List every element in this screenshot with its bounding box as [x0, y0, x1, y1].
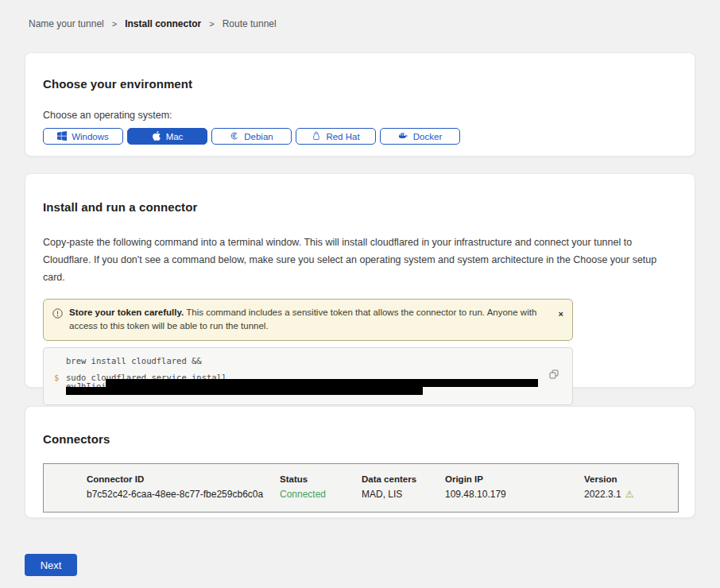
- connectors-table: Connector ID Status Data centers Origin …: [43, 463, 679, 513]
- connectors-card: Connectors Connector ID Status Data cent…: [25, 406, 695, 518]
- connector-data-centers-value: MAD, LIS: [362, 489, 445, 500]
- col-header-status: Status: [280, 474, 362, 484]
- command-line-brew: brew install cloudflared &&: [66, 356, 202, 366]
- breadcrumb: Name your tunnel > Install connector > R…: [29, 18, 277, 29]
- token-warning-banner: Store your token carefully. This command…: [43, 299, 573, 342]
- install-description: Copy-paste the following command into a …: [43, 234, 675, 287]
- connector-version-value: 2022.3.1⚠: [584, 489, 678, 500]
- breadcrumb-step-install-connector[interactable]: Install connector: [125, 18, 201, 29]
- windows-logo-icon: [57, 131, 67, 142]
- os-button-label: Docker: [413, 132, 442, 141]
- os-button-group: Windows Mac Debian Red Hat: [43, 128, 677, 145]
- breadcrumb-step-name-your-tunnel[interactable]: Name your tunnel: [29, 18, 104, 29]
- alert-circle-icon: [52, 308, 63, 323]
- breadcrumb-step-route-tunnel[interactable]: Route tunnel: [223, 18, 277, 29]
- os-button-label: Red Hat: [326, 132, 359, 141]
- col-header-data-centers: Data centers: [362, 474, 445, 484]
- install-command-terminal: brew install cloudflared && $ sudo cloud…: [43, 347, 573, 405]
- install-card-title: Install and run a connector: [43, 200, 677, 214]
- col-header-version: Version: [584, 474, 678, 484]
- breadcrumb-separator: >: [112, 19, 117, 29]
- install-connector-card: Install and run a connector Copy-paste t…: [25, 173, 695, 388]
- breadcrumb-separator: >: [209, 19, 214, 29]
- warning-title: Store your token carefully.: [69, 308, 184, 317]
- os-button-label: Windows: [72, 132, 109, 141]
- connector-origin-ip-value: 109.48.10.179: [445, 489, 584, 500]
- os-button-docker[interactable]: Docker: [380, 128, 460, 145]
- os-button-redhat[interactable]: Red Hat: [296, 128, 376, 145]
- connectors-card-title: Connectors: [43, 432, 677, 446]
- col-header-connector-id: Connector ID: [87, 474, 280, 484]
- tunnel-setup-page: Name your tunnel > Install connector > R…: [0, 0, 720, 588]
- os-button-mac[interactable]: Mac: [127, 128, 207, 145]
- apple-logo-icon: [152, 131, 161, 142]
- choose-environment-card: Choose your environment Choose an operat…: [25, 52, 695, 157]
- os-button-windows[interactable]: Windows: [43, 128, 123, 145]
- os-button-label: Mac: [166, 132, 184, 141]
- close-icon[interactable]: ×: [559, 310, 563, 319]
- os-select-label: Choose an operating system:: [43, 110, 677, 121]
- connector-status-badge: Connected: [280, 489, 362, 500]
- connector-id-value: b7c52c42-6caa-48ee-8c77-fbe259cb6c0a: [87, 489, 280, 500]
- token-redaction-bar: [106, 379, 538, 387]
- docker-whale-logo-icon: [398, 131, 408, 142]
- os-button-debian[interactable]: Debian: [211, 128, 292, 145]
- next-button[interactable]: Next: [25, 554, 77, 576]
- environment-card-title: Choose your environment: [43, 77, 677, 91]
- version-warning-icon: ⚠: [625, 489, 634, 500]
- col-header-origin-ip: Origin IP: [445, 474, 584, 484]
- debian-logo-icon: [230, 131, 239, 142]
- copy-icon: [549, 369, 559, 381]
- token-redaction-bar: [66, 387, 423, 395]
- os-button-label: Debian: [244, 132, 273, 141]
- terminal-prompt: $: [54, 373, 59, 382]
- copy-command-button[interactable]: [549, 369, 559, 381]
- redhat-tux-logo-icon: [312, 131, 321, 142]
